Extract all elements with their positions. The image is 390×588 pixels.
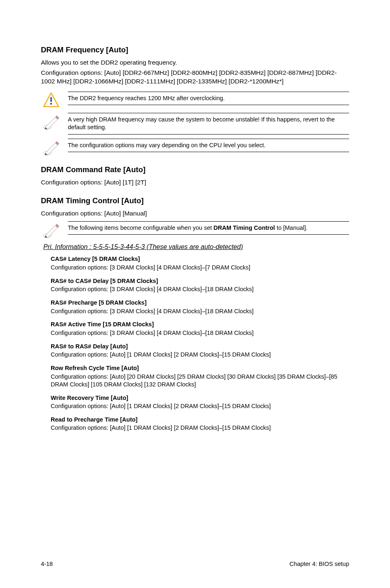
caution-icon [43, 92, 60, 109]
pri-information-heading: Pri. Information : 5-5-5-15-3-44-5-3 (Th… [43, 242, 349, 251]
timing-desc: Configuration options: [3 DRAM Clocks] [… [51, 285, 349, 293]
pencil-icon [43, 221, 60, 238]
note-vary-row: The configuration options may vary depen… [43, 139, 349, 156]
svg-rect-1 [50, 97, 52, 102]
timing-ras-precharge: RAS# Precharge [5 DRAM Clocks] Configura… [51, 299, 349, 315]
dram-command-config: Configuration options: [Auto] [1T] [2T] [41, 178, 349, 187]
timing-desc: Configuration options: [Auto] [1 DRAM Cl… [51, 402, 349, 410]
timing-desc: Configuration options: [3 DRAM Clocks] [… [51, 264, 349, 272]
timing-ras-to-cas: RAS# to CAS# Delay [5 DRAM Clocks] Confi… [51, 277, 349, 293]
timing-row-refresh: Row Refresh Cycle Time [Auto] Configurat… [51, 364, 349, 388]
timing-desc: Configuration options: [Auto] [1 DRAM Cl… [51, 424, 349, 432]
timing-write-recovery: Write Recovery Time [Auto] Configuration… [51, 394, 349, 410]
dram-timing-config: Configuration options: [Auto] [Manual] [41, 209, 349, 218]
timing-label: CAS# Latency [5 DRAM Clocks] [51, 255, 349, 263]
timing-ras-to-ras: RAS# to RAS# Delay [Auto] Configuration … [51, 343, 349, 359]
dram-frequency-intro: Allows you to set the DDR2 operating fre… [41, 58, 349, 67]
footer-chapter: Chapter 4: BIOS setup [289, 560, 349, 568]
note-manual-row: The following items become configurable … [43, 221, 349, 238]
timing-label: RAS# to RAS# Delay [Auto] [51, 343, 349, 351]
timing-label: RAS# Precharge [5 DRAM Clocks] [51, 299, 349, 307]
timing-desc: Configuration options: [Auto] [20 DRAM C… [51, 373, 349, 388]
note-divider [68, 234, 349, 235]
note-divider [68, 105, 349, 105]
note-caution-row: The DDR2 frequency reaches 1200 MHz afte… [43, 92, 349, 109]
note-unstable-text: A very high DRAM frequency may cause the… [68, 113, 349, 134]
note-divider [68, 152, 349, 152]
timing-label: Read to Precharge Time [Auto] [51, 416, 349, 424]
note-vary-text: The configuration options may vary depen… [68, 139, 349, 152]
timing-desc: Configuration options: [3 DRAM Clocks] [… [51, 329, 349, 337]
note-caution-text: The DDR2 frequency reaches 1200 MHz afte… [68, 92, 349, 105]
timing-cas-latency: CAS# Latency [5 DRAM Clocks] Configurati… [51, 255, 349, 271]
section-title-dram-frequency: DRAM Frequency [Auto] [41, 45, 349, 55]
note-manual-bold: DRAM Timing Control [213, 224, 275, 231]
svg-point-2 [50, 103, 52, 105]
notes-group-frequency: The DDR2 frequency reaches 1200 MHz afte… [43, 92, 349, 156]
note-manual-text: The following items become configurable … [68, 222, 349, 235]
timing-desc: Configuration options: [Auto] [1 DRAM Cl… [51, 351, 349, 359]
timing-label: RAS# Active Time [15 DRAM Clocks] [51, 321, 349, 329]
section-title-dram-timing: DRAM Timing Control [Auto] [41, 196, 349, 206]
pencil-icon [43, 139, 60, 156]
footer-page-number: 4-18 [41, 560, 53, 568]
timing-label: Write Recovery Time [Auto] [51, 394, 349, 402]
note-manual-post: to [Manual]. [275, 224, 308, 231]
note-manual-pre: The following items become configurable … [68, 224, 213, 231]
timing-read-precharge: Read to Precharge Time [Auto] Configurat… [51, 416, 349, 432]
note-unstable-row: A very high DRAM frequency may cause the… [43, 113, 349, 135]
pencil-icon [43, 113, 60, 130]
dram-frequency-config: Configuration options: [Auto] [DDR2-667M… [41, 69, 349, 86]
section-title-dram-command: DRAM Command Rate [Auto] [41, 165, 349, 175]
page-footer: 4-18 Chapter 4: BIOS setup [41, 560, 349, 568]
timing-label: Row Refresh Cycle Time [Auto] [51, 364, 349, 373]
timing-label: RAS# to CAS# Delay [5 DRAM Clocks] [51, 277, 349, 285]
notes-group-timing: The following items become configurable … [43, 221, 349, 238]
timing-ras-active: RAS# Active Time [15 DRAM Clocks] Config… [51, 321, 349, 337]
timing-desc: Configuration options: [3 DRAM Clocks] [… [51, 307, 349, 315]
note-divider [68, 134, 349, 135]
